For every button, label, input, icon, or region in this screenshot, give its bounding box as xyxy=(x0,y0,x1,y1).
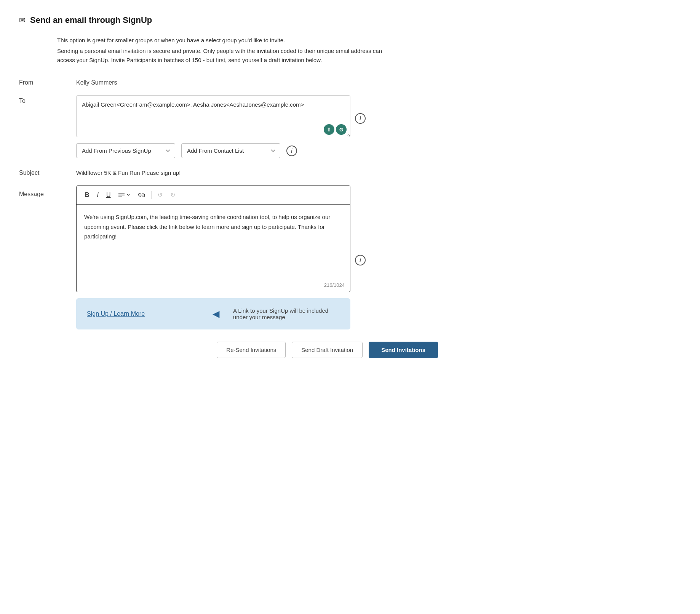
to-info-icon[interactable]: i xyxy=(355,113,366,124)
resend-button[interactable]: Re-Send Invitations xyxy=(217,342,286,358)
message-row: Message B I U xyxy=(19,185,438,329)
to-textarea[interactable]: <span class="underline-squiggle">Abigail… xyxy=(76,95,350,137)
ai-icons: ⇧ G xyxy=(324,124,347,135)
subject-row: Subject Wildflower 5K & Fun Run Please s… xyxy=(19,167,438,176)
ai-icon-g[interactable]: G xyxy=(336,124,347,135)
arrow-left-icon: ◀ xyxy=(213,309,219,319)
message-editor: B I U xyxy=(76,185,350,292)
toolbar-italic[interactable]: I xyxy=(94,190,102,200)
from-row: From Kelly Summers xyxy=(19,77,438,86)
description: This option is great for smaller groups … xyxy=(57,36,400,65)
link-description: A Link to your SignUp will be included u… xyxy=(233,307,340,320)
toolbar-separator xyxy=(151,191,152,199)
to-section-wrapper: <span class="underline-squiggle">Abigail… xyxy=(76,95,366,139)
subject-value: Wildflower 5K & Fun Run Please sign up! xyxy=(76,167,366,176)
draft-button[interactable]: Send Draft Invitation xyxy=(292,342,363,358)
toolbar-redo[interactable]: ↻ xyxy=(167,190,178,200)
page-title: Send an email through SignUp xyxy=(30,15,152,25)
send-button[interactable]: Send Invitations xyxy=(369,342,438,358)
dropdown-info-icon[interactable]: i xyxy=(286,146,297,156)
toolbar-underline[interactable]: U xyxy=(103,190,114,200)
page-header: ✉ Send an email through SignUp xyxy=(19,15,438,25)
signup-link-preview: Sign Up / Learn More ◀ A Link to your Si… xyxy=(76,298,350,329)
signup-link-text[interactable]: Sign Up / Learn More xyxy=(87,310,145,317)
dropdown-previous-signup[interactable]: Add From Previous SignUp xyxy=(76,143,175,158)
to-label: To xyxy=(19,95,69,104)
editor-toolbar: B I U xyxy=(77,186,350,205)
to-row: To <span class="underline-squiggle">Abig… xyxy=(19,95,438,158)
subject-label: Subject xyxy=(19,167,69,176)
from-label: From xyxy=(19,77,69,86)
email-form: From Kelly Summers To <span class="under… xyxy=(19,77,438,329)
description-line1: This option is great for smaller groups … xyxy=(57,36,400,45)
action-buttons: Re-Send Invitations Send Draft Invitatio… xyxy=(19,342,438,358)
envelope-icon: ✉ xyxy=(19,16,26,25)
from-value: Kelly Summers xyxy=(76,77,366,86)
toolbar-bold[interactable]: B xyxy=(82,190,93,200)
description-line2: Sending a personal email invitation is s… xyxy=(57,46,400,65)
dropdown-row: Add From Previous SignUp Add From Contac… xyxy=(76,143,366,158)
ai-icon-arrow[interactable]: ⇧ xyxy=(324,124,334,135)
message-info-icon[interactable]: i xyxy=(355,255,366,265)
editor-body[interactable]: We're using SignUp.com, the leading time… xyxy=(77,205,350,281)
toolbar-align[interactable] xyxy=(115,191,134,199)
dropdown-contact-list[interactable]: Add From Contact List xyxy=(181,143,280,158)
message-label: Message xyxy=(19,185,69,198)
toolbar-link[interactable] xyxy=(135,191,148,199)
char-count: 216/1024 xyxy=(77,281,350,292)
toolbar-undo[interactable]: ↺ xyxy=(155,190,166,200)
